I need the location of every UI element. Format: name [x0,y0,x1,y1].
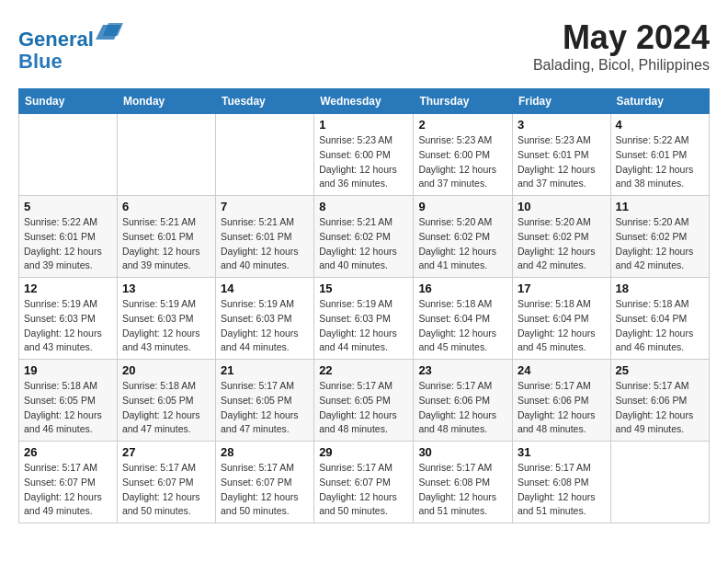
day-cell [215,114,313,196]
day-info: Sunrise: 5:18 AM Sunset: 6:04 PM Dayligh… [418,297,507,355]
day-cell: 9Sunrise: 5:20 AM Sunset: 6:02 PM Daylig… [414,196,513,278]
day-number: 2 [418,118,507,132]
day-info: Sunrise: 5:17 AM Sunset: 6:07 PM Dayligh… [122,461,210,519]
day-number: 26 [24,445,112,459]
logo-icon [96,18,123,46]
title-block: May 2024 Balading, Bicol, Philippines [533,18,710,74]
day-info: Sunrise: 5:19 AM Sunset: 6:03 PM Dayligh… [221,297,309,355]
day-number: 18 [616,282,704,295]
day-cell: 12Sunrise: 5:19 AM Sunset: 6:03 PM Dayli… [19,278,118,360]
day-number: 14 [221,282,309,295]
day-cell: 29Sunrise: 5:17 AM Sunset: 6:07 PM Dayli… [314,442,414,523]
day-number: 31 [518,445,606,459]
day-info: Sunrise: 5:21 AM Sunset: 6:02 PM Dayligh… [319,215,408,273]
week-row-4: 26Sunrise: 5:17 AM Sunset: 6:07 PM Dayli… [19,442,710,523]
day-info: Sunrise: 5:19 AM Sunset: 6:03 PM Dayligh… [319,297,408,355]
day-number: 19 [24,363,112,377]
day-number: 9 [418,200,507,213]
day-info: Sunrise: 5:17 AM Sunset: 6:05 PM Dayligh… [221,379,309,437]
day-cell: 13Sunrise: 5:19 AM Sunset: 6:03 PM Dayli… [117,278,215,360]
day-info: Sunrise: 5:17 AM Sunset: 6:06 PM Dayligh… [518,379,606,437]
day-info: Sunrise: 5:17 AM Sunset: 6:06 PM Dayligh… [616,379,704,437]
day-cell: 2Sunrise: 5:23 AM Sunset: 6:00 PM Daylig… [414,114,513,196]
day-info: Sunrise: 5:19 AM Sunset: 6:03 PM Dayligh… [122,297,210,355]
calendar-header: SundayMondayTuesdayWednesdayThursdayFrid… [19,89,710,114]
day-number: 3 [518,118,606,132]
day-cell [117,114,215,196]
header-row: SundayMondayTuesdayWednesdayThursdayFrid… [19,89,710,114]
col-header-monday: Monday [117,89,215,114]
day-number: 22 [319,363,408,377]
day-number: 5 [24,200,112,213]
day-cell: 5Sunrise: 5:22 AM Sunset: 6:01 PM Daylig… [19,196,118,278]
col-header-wednesday: Wednesday [314,89,414,114]
calendar-title: May 2024 [533,18,710,57]
calendar-subtitle: Balading, Bicol, Philippines [533,57,710,74]
logo-text: General Blue [18,18,123,73]
calendar-body: 1Sunrise: 5:23 AM Sunset: 6:00 PM Daylig… [19,114,710,523]
day-info: Sunrise: 5:18 AM Sunset: 6:05 PM Dayligh… [122,379,210,437]
day-cell [610,442,709,523]
week-row-0: 1Sunrise: 5:23 AM Sunset: 6:00 PM Daylig… [19,114,710,196]
day-cell: 1Sunrise: 5:23 AM Sunset: 6:00 PM Daylig… [314,114,414,196]
day-cell: 28Sunrise: 5:17 AM Sunset: 6:07 PM Dayli… [215,442,313,523]
day-number: 8 [319,200,408,213]
day-info: Sunrise: 5:20 AM Sunset: 6:02 PM Dayligh… [616,215,704,273]
day-cell: 15Sunrise: 5:19 AM Sunset: 6:03 PM Dayli… [314,278,414,360]
day-cell: 26Sunrise: 5:17 AM Sunset: 6:07 PM Dayli… [19,442,118,523]
day-info: Sunrise: 5:17 AM Sunset: 6:08 PM Dayligh… [518,461,606,519]
day-info: Sunrise: 5:18 AM Sunset: 6:05 PM Dayligh… [24,379,112,437]
day-number: 10 [518,200,606,213]
day-cell: 30Sunrise: 5:17 AM Sunset: 6:08 PM Dayli… [414,442,513,523]
day-cell: 31Sunrise: 5:17 AM Sunset: 6:08 PM Dayli… [512,442,610,523]
day-info: Sunrise: 5:22 AM Sunset: 6:01 PM Dayligh… [24,215,112,273]
day-cell: 20Sunrise: 5:18 AM Sunset: 6:05 PM Dayli… [117,360,215,442]
day-cell: 14Sunrise: 5:19 AM Sunset: 6:03 PM Dayli… [215,278,313,360]
day-cell: 8Sunrise: 5:21 AM Sunset: 6:02 PM Daylig… [314,196,414,278]
day-info: Sunrise: 5:17 AM Sunset: 6:06 PM Dayligh… [418,379,507,437]
header: General Blue May 2024 Balading, Bicol, P… [18,18,710,74]
day-cell: 16Sunrise: 5:18 AM Sunset: 6:04 PM Dayli… [414,278,513,360]
day-info: Sunrise: 5:17 AM Sunset: 6:05 PM Dayligh… [319,379,408,437]
day-info: Sunrise: 5:19 AM Sunset: 6:03 PM Dayligh… [24,297,112,355]
day-number: 28 [221,445,309,459]
day-info: Sunrise: 5:17 AM Sunset: 6:08 PM Dayligh… [418,461,507,519]
day-cell: 11Sunrise: 5:20 AM Sunset: 6:02 PM Dayli… [610,196,709,278]
col-header-thursday: Thursday [414,89,513,114]
day-cell: 27Sunrise: 5:17 AM Sunset: 6:07 PM Dayli… [117,442,215,523]
day-number: 11 [616,200,704,213]
day-info: Sunrise: 5:23 AM Sunset: 6:01 PM Dayligh… [518,133,606,191]
col-header-saturday: Saturday [610,89,709,114]
day-cell: 10Sunrise: 5:20 AM Sunset: 6:02 PM Dayli… [512,196,610,278]
day-info: Sunrise: 5:20 AM Sunset: 6:02 PM Dayligh… [518,215,606,273]
day-cell: 21Sunrise: 5:17 AM Sunset: 6:05 PM Dayli… [215,360,313,442]
day-number: 29 [319,445,408,459]
day-cell [19,114,118,196]
day-number: 1 [319,118,408,132]
day-cell: 7Sunrise: 5:21 AM Sunset: 6:01 PM Daylig… [215,196,313,278]
day-number: 24 [518,363,606,377]
col-header-friday: Friday [512,89,610,114]
col-header-tuesday: Tuesday [215,89,313,114]
day-cell: 23Sunrise: 5:17 AM Sunset: 6:06 PM Dayli… [414,360,513,442]
day-cell: 19Sunrise: 5:18 AM Sunset: 6:05 PM Dayli… [19,360,118,442]
day-number: 13 [122,282,210,295]
day-info: Sunrise: 5:18 AM Sunset: 6:04 PM Dayligh… [518,297,606,355]
day-info: Sunrise: 5:20 AM Sunset: 6:02 PM Dayligh… [418,215,507,273]
day-info: Sunrise: 5:22 AM Sunset: 6:01 PM Dayligh… [616,133,704,191]
day-number: 6 [122,200,210,213]
col-header-sunday: Sunday [19,89,118,114]
week-row-3: 19Sunrise: 5:18 AM Sunset: 6:05 PM Dayli… [19,360,710,442]
day-number: 16 [418,282,507,295]
day-cell: 18Sunrise: 5:18 AM Sunset: 6:04 PM Dayli… [610,278,709,360]
day-number: 17 [518,282,606,295]
day-number: 27 [122,445,210,459]
day-number: 12 [24,282,112,295]
day-number: 20 [122,363,210,377]
logo: General Blue [18,18,123,73]
day-number: 21 [221,363,309,377]
day-info: Sunrise: 5:17 AM Sunset: 6:07 PM Dayligh… [221,461,309,519]
day-number: 4 [616,118,704,132]
logo-line1: General [18,28,94,51]
day-info: Sunrise: 5:17 AM Sunset: 6:07 PM Dayligh… [24,461,112,519]
